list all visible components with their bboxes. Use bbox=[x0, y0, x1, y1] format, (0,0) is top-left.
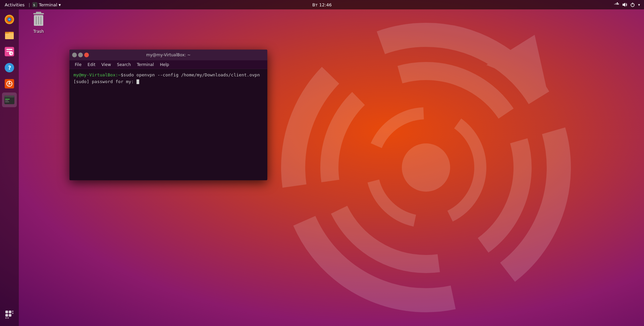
svg-text:$: $ bbox=[33, 3, 35, 7]
terminal-window: – □ × my@my-VirtualBox: ~ File Edit View… bbox=[69, 50, 267, 180]
desktop-swirl bbox=[275, 17, 577, 318]
help-icon: ? bbox=[3, 62, 15, 74]
power-icon[interactable] bbox=[630, 2, 635, 7]
activities-button[interactable]: Activities bbox=[3, 2, 26, 7]
terminal-menubar: File Edit View Search Terminal Help bbox=[69, 60, 267, 69]
topbar-left: Activities | $ Terminal ▾ bbox=[0, 2, 61, 7]
output-line-1: [sudo] password for my: bbox=[73, 79, 134, 84]
svg-marker-10 bbox=[623, 3, 625, 7]
menu-search[interactable]: Search bbox=[114, 62, 133, 68]
prompt-path: :~ bbox=[115, 72, 121, 78]
dock-item-firefox[interactable] bbox=[2, 12, 17, 27]
software-icon: + bbox=[3, 46, 15, 58]
svg-rect-40 bbox=[12, 313, 13, 314]
svg-rect-33 bbox=[5, 100, 8, 101]
svg-rect-21 bbox=[6, 49, 12, 50]
svg-rect-38 bbox=[9, 314, 11, 317]
terminal-menu-label: Terminal bbox=[39, 2, 57, 7]
svg-point-3 bbox=[402, 143, 450, 192]
network-icon[interactable] bbox=[614, 2, 619, 7]
menu-file[interactable]: File bbox=[72, 62, 84, 68]
svg-rect-6 bbox=[614, 4, 615, 5]
svg-rect-7 bbox=[615, 3, 616, 5]
svg-text:+: + bbox=[10, 52, 13, 55]
terminal-dropdown-icon: ▾ bbox=[59, 2, 61, 7]
terminal-command-line: my@my-VirtualBox :~ $ sudo openvpn --con… bbox=[73, 72, 263, 78]
topbar: Activities | $ Terminal ▾ Вт 12:46 bbox=[0, 0, 644, 9]
dock-item-help[interactable]: ? bbox=[2, 60, 17, 75]
svg-text:?: ? bbox=[8, 65, 11, 71]
svg-rect-18 bbox=[5, 33, 14, 39]
dock-item-updates[interactable]: ! bbox=[2, 76, 17, 91]
svg-rect-19 bbox=[5, 32, 9, 34]
svg-rect-39 bbox=[12, 311, 13, 312]
svg-rect-34 bbox=[5, 102, 9, 102]
minimize-button[interactable]: – bbox=[72, 53, 77, 57]
terminal-dock-icon bbox=[3, 94, 15, 106]
dock-item-terminal[interactable] bbox=[2, 92, 17, 107]
svg-rect-41 bbox=[5, 317, 7, 319]
desktop: Activities | $ Terminal ▾ Вт 12:46 bbox=[0, 0, 644, 326]
dock: + ? ! bbox=[0, 9, 19, 326]
menu-help[interactable]: Help bbox=[157, 62, 172, 68]
svg-rect-44 bbox=[36, 12, 41, 14]
svg-rect-9 bbox=[618, 3, 619, 5]
updates-icon: ! bbox=[3, 78, 15, 90]
svg-rect-37 bbox=[5, 314, 8, 317]
cursor bbox=[137, 79, 139, 84]
trash-desktop-icon[interactable]: Trash bbox=[25, 12, 52, 34]
svg-rect-31 bbox=[4, 95, 14, 97]
command-text: sudo openvpn --config /home/my/Downloads… bbox=[123, 72, 260, 78]
menu-view[interactable]: View bbox=[99, 62, 113, 68]
prompt-user: my@my-VirtualBox bbox=[73, 72, 115, 78]
show-apps-button[interactable] bbox=[2, 307, 17, 322]
audio-icon[interactable] bbox=[622, 2, 627, 7]
window-controls: – □ × bbox=[72, 53, 89, 57]
menu-terminal[interactable]: Terminal bbox=[134, 62, 157, 68]
firefox-icon bbox=[3, 13, 15, 25]
close-button[interactable]: × bbox=[84, 53, 89, 57]
prompt-symbol: $ bbox=[121, 72, 123, 78]
maximize-button[interactable]: □ bbox=[78, 53, 83, 57]
dock-item-files[interactable] bbox=[2, 28, 17, 43]
terminal-topbar-icon: $ bbox=[32, 2, 38, 7]
terminal-title: my@my-VirtualBox: ~ bbox=[146, 53, 191, 57]
terminal-menu-button[interactable]: $ Terminal ▾ bbox=[32, 2, 61, 7]
trash-label: Trash bbox=[33, 29, 44, 34]
terminal-output: [sudo] password for my: bbox=[73, 78, 263, 85]
topbar-divider: | bbox=[29, 2, 30, 7]
svg-rect-8 bbox=[617, 2, 618, 5]
trash-icon bbox=[31, 12, 47, 28]
power-dropdown-icon[interactable]: ▾ bbox=[638, 3, 640, 7]
svg-point-16 bbox=[8, 18, 10, 20]
dock-item-software[interactable]: + bbox=[2, 44, 17, 59]
topbar-clock: Вт 12:46 bbox=[312, 2, 332, 7]
svg-rect-32 bbox=[5, 99, 10, 100]
terminal-titlebar: – □ × my@my-VirtualBox: ~ bbox=[69, 50, 267, 60]
terminal-body[interactable]: my@my-VirtualBox :~ $ sudo openvpn --con… bbox=[69, 69, 267, 180]
svg-rect-35 bbox=[5, 311, 8, 313]
files-icon bbox=[3, 29, 15, 42]
grid-icon bbox=[5, 310, 14, 319]
menu-edit[interactable]: Edit bbox=[85, 62, 98, 68]
svg-rect-42 bbox=[7, 317, 9, 319]
topbar-tray: ▾ bbox=[614, 2, 644, 7]
svg-rect-36 bbox=[9, 311, 11, 313]
svg-text:!: ! bbox=[8, 82, 10, 86]
